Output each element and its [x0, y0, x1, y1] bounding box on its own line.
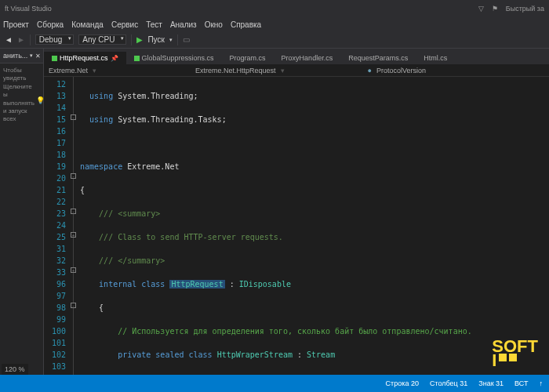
fold-box-icon[interactable]: -	[71, 173, 76, 179]
menu-team[interactable]: Команда	[71, 20, 104, 29]
separator: ▾	[281, 67, 285, 74]
separator	[30, 34, 31, 45]
fold-box-icon[interactable]: -	[71, 114, 76, 120]
side-panel-hint: Чтобы увидеть Щелкните ы выполнять и зап…	[0, 64, 43, 127]
menu-bar: Проект Сборка Команда Сервис Тест Анализ…	[0, 17, 549, 31]
menu-help[interactable]: Справка	[231, 20, 261, 29]
play-icon[interactable]: ▶	[136, 35, 143, 44]
tab-globalsuppressions[interactable]: GlobalSuppressions.cs	[126, 52, 222, 64]
tab-proxyhandler[interactable]: ProxyHandler.cs	[274, 52, 341, 64]
source-text[interactable]: using System.Threading; using System.Thr…	[80, 77, 549, 375]
tab-httprequest[interactable]: HttpRequest.cs📌	[44, 52, 126, 64]
line-gutter: 1213141516171819202122232425313233969798…	[44, 77, 71, 375]
separator	[131, 34, 132, 45]
flag-icon[interactable]: ⚑	[492, 5, 498, 13]
csharp-icon	[134, 56, 140, 61]
title-bar: ft Visual Studio ▽ ⚑ Быстрый за	[0, 0, 549, 17]
menu-test[interactable]: Тест	[146, 20, 162, 29]
platform-dropdown[interactable]: Any CPU	[78, 34, 126, 45]
tab-html[interactable]: Html.cs	[416, 52, 455, 64]
menu-service[interactable]: Сервис	[111, 20, 138, 29]
config-dropdown[interactable]: Debug	[35, 34, 74, 45]
titlebar-actions: ▽ ⚑ Быстрый за	[478, 5, 544, 13]
status-bar: Строка 20 Столбец 31 Знак 31 ВСТ ↑	[0, 375, 549, 392]
tab-label: Html.cs	[424, 54, 447, 62]
fold-box-icon[interactable]: -	[71, 303, 76, 308]
toolbar-item[interactable]: ▭	[183, 35, 190, 44]
breadcrumb: Extreme.Net ▾ Extreme.Net.HttpRequest ▾ …	[44, 64, 549, 77]
separator: ▾	[93, 67, 96, 74]
status-insert: ВСТ	[514, 379, 528, 387]
toolbar: ◄ ► Debug Any CPU ▶ Пуск ▾ ▭	[0, 31, 549, 49]
menu-build[interactable]: Сборка	[37, 20, 64, 29]
quick-launch[interactable]: Быстрый за	[506, 5, 544, 13]
fold-gutter[interactable]: - - - + + - +	[71, 77, 80, 375]
chevron-down-icon[interactable]: ▾	[30, 53, 33, 59]
status-line: Строка 20	[386, 379, 419, 387]
code-editor[interactable]: 1213141516171819202122232425313233969798…	[44, 77, 549, 375]
tab-label: Program.cs	[230, 54, 266, 62]
separator	[177, 34, 178, 45]
status-char: Знак 31	[478, 379, 504, 387]
side-panel-title: анить...	[3, 52, 27, 60]
zoom-level[interactable]: 120 %	[2, 364, 28, 375]
pin-icon[interactable]: 📌	[111, 55, 118, 62]
side-panel-header[interactable]: анить... ▾ ✕	[0, 49, 43, 64]
run-chevron-icon[interactable]: ▾	[169, 37, 173, 43]
tab-label: ProxyHandler.cs	[282, 54, 333, 62]
menu-project[interactable]: Проект	[3, 20, 29, 29]
fold-box-icon[interactable]: +	[71, 267, 76, 273]
tab-label: GlobalSuppressions.cs	[142, 54, 214, 62]
run-button[interactable]: Пуск	[147, 35, 164, 44]
crumb-class[interactable]: Extreme.Net.HttpRequest	[195, 67, 276, 74]
fold-box-icon[interactable]: -	[71, 209, 76, 214]
tab-label: RequestParams.cs	[348, 54, 408, 62]
nav-fwd-icon[interactable]: ►	[17, 35, 25, 44]
menu-analyze[interactable]: Анализ	[170, 20, 197, 29]
tab-requestparams[interactable]: RequestParams.cs	[340, 52, 416, 64]
tab-label: HttpRequest.cs	[60, 54, 108, 62]
publish-icon[interactable]: ↑	[540, 379, 544, 387]
menu-window[interactable]: Окно	[205, 20, 223, 29]
tab-program[interactable]: Program.cs	[222, 52, 274, 64]
fold-box-icon[interactable]: +	[71, 232, 76, 238]
close-icon[interactable]: ✕	[35, 53, 41, 60]
csharp-icon	[52, 56, 57, 61]
editor-area: HttpRequest.cs📌 GlobalSuppressions.cs Pr…	[44, 49, 549, 375]
document-tabs: HttpRequest.cs📌 GlobalSuppressions.cs Pr…	[44, 49, 549, 64]
status-col: Столбец 31	[430, 379, 467, 387]
app-title: ft Visual Studio	[5, 5, 52, 13]
crumb-project[interactable]: Extreme.Net	[49, 67, 88, 74]
filter-icon[interactable]: ▽	[478, 5, 484, 13]
main-area: анить... ▾ ✕ Чтобы увидеть Щелкните ы вы…	[0, 49, 549, 375]
crumb-member[interactable]: ProtocolVersion	[376, 67, 426, 74]
nav-back-icon[interactable]: ◄	[5, 35, 13, 44]
lightbulb-icon[interactable]: 💡	[44, 96, 45, 104]
